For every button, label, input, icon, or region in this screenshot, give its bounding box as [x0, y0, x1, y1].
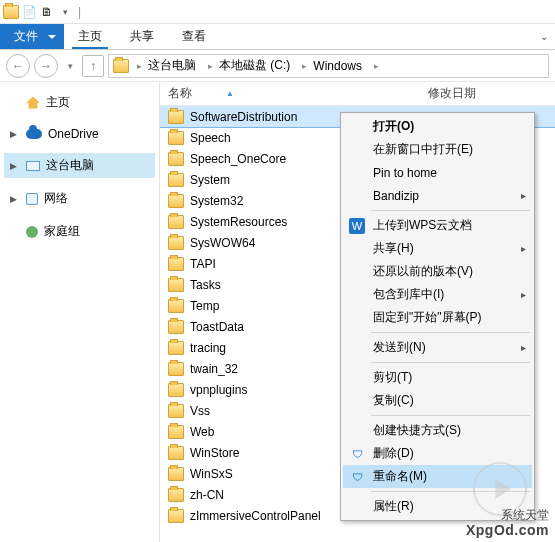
file-name: zImmersiveControlPanel [190, 509, 321, 523]
ctx-separator [371, 415, 530, 416]
crumb-folder[interactable]: Windows [313, 59, 362, 73]
nav-home[interactable]: 主页 [4, 90, 155, 115]
folder-icon [168, 404, 184, 418]
address-bar[interactable]: ▸这台电脑 ▸本地磁盘 (C:) ▸Windows ▸ [108, 54, 549, 78]
ribbon-expand-icon[interactable]: ⌄ [533, 24, 555, 49]
folder-icon [168, 152, 184, 166]
col-date-label[interactable]: 修改日期 [428, 85, 555, 102]
ctx-include-library[interactable]: 包含到库中(I) [343, 283, 532, 306]
ctx-create-shortcut[interactable]: 创建快捷方式(S) [343, 419, 532, 442]
folder-icon [168, 509, 184, 523]
crumb-pc[interactable]: 这台电脑 [148, 57, 196, 74]
folder-icon [168, 488, 184, 502]
file-name: TAPI [190, 257, 216, 271]
file-name: vpnplugins [190, 383, 247, 397]
qat-dropdown-icon[interactable]: ▾ [58, 5, 72, 19]
pc-icon [26, 161, 40, 171]
file-name: twain_32 [190, 362, 238, 376]
wps-icon: W [349, 218, 365, 234]
ribbon-tabs: 文件 主页 共享 查看 ⌄ [0, 24, 555, 50]
ctx-copy[interactable]: 复制(C) [343, 389, 532, 412]
sort-asc-icon: ▲ [226, 89, 234, 98]
ctx-open-new-window[interactable]: 在新窗口中打开(E) [343, 138, 532, 161]
file-name: SystemResources [190, 215, 287, 229]
nav-this-pc[interactable]: ▶这台电脑 [4, 153, 155, 178]
ctx-separator [371, 332, 530, 333]
shield-icon: 🛡 [349, 469, 365, 485]
col-name-label[interactable]: 名称 [168, 85, 192, 102]
nav-onedrive[interactable]: ▶OneDrive [4, 123, 155, 145]
folder-icon [168, 173, 184, 187]
file-name: Temp [190, 299, 219, 313]
ctx-bandizip[interactable]: Bandizip [343, 184, 532, 207]
cloud-icon [26, 129, 42, 139]
nav-forward-button[interactable]: → [34, 54, 58, 78]
ctx-wps-upload[interactable]: W上传到WPS云文档 [343, 214, 532, 237]
nav-back-button[interactable]: ← [6, 54, 30, 78]
qat-properties-icon[interactable]: 📄 [22, 5, 36, 19]
folder-icon [168, 341, 184, 355]
nav-up-button[interactable]: ↑ [82, 55, 104, 77]
folder-icon [168, 425, 184, 439]
file-name: System32 [190, 194, 243, 208]
folder-icon [168, 194, 184, 208]
tab-view[interactable]: 查看 [168, 24, 220, 49]
ctx-previous-versions[interactable]: 还原以前的版本(V) [343, 260, 532, 283]
file-name: Speech_OneCore [190, 152, 286, 166]
folder-icon [168, 278, 184, 292]
ctx-separator [371, 210, 530, 211]
file-name: Tasks [190, 278, 221, 292]
chevron-right-icon[interactable]: ▶ [10, 161, 17, 171]
file-name: Speech [190, 131, 231, 145]
address-bar-row: ← → ▾ ↑ ▸这台电脑 ▸本地磁盘 (C:) ▸Windows ▸ [0, 50, 555, 82]
nav-network[interactable]: ▶网络 [4, 186, 155, 211]
chevron-right-icon[interactable]: ▶ [10, 194, 17, 204]
folder-icon [168, 257, 184, 271]
folder-icon [168, 215, 184, 229]
network-icon [26, 193, 38, 205]
folder-icon [168, 362, 184, 376]
qat-copy-icon[interactable]: 🗎 [40, 5, 54, 19]
app-icon [4, 5, 18, 19]
file-name: SoftwareDistribution [190, 110, 297, 124]
crumb-drive[interactable]: 本地磁盘 (C:) [219, 57, 290, 74]
title-bar: 📄 🗎 ▾ | [0, 0, 555, 24]
shield-icon: 🛡 [349, 446, 365, 462]
file-name: WinStore [190, 446, 239, 460]
nav-homegroup[interactable]: 家庭组 [4, 219, 155, 244]
folder-icon [168, 236, 184, 250]
folder-icon [168, 320, 184, 334]
ctx-pin-home[interactable]: Pin to home [343, 161, 532, 184]
file-name: WinSxS [190, 467, 233, 481]
homegroup-icon [26, 226, 38, 238]
file-name: Vss [190, 404, 210, 418]
tab-file[interactable]: 文件 [0, 24, 64, 49]
ctx-share[interactable]: 共享(H) [343, 237, 532, 260]
folder-icon [168, 110, 184, 124]
navigation-pane: 主页 ▶OneDrive ▶这台电脑 ▶网络 家庭组 [0, 82, 160, 542]
watermark: 系统天堂 XpgOd.com [466, 509, 549, 538]
context-menu: 打开(O) 在新窗口中打开(E) Pin to home Bandizip W上… [340, 112, 535, 521]
home-icon [26, 97, 40, 109]
folder-icon [168, 131, 184, 145]
file-name: System [190, 173, 230, 187]
address-icon [113, 59, 129, 73]
ctx-pin-start[interactable]: 固定到"开始"屏幕(P) [343, 306, 532, 329]
tab-share[interactable]: 共享 [116, 24, 168, 49]
chevron-right-icon[interactable]: ▶ [10, 129, 17, 139]
nav-history-dropdown[interactable]: ▾ [62, 58, 78, 74]
ctx-separator [371, 362, 530, 363]
folder-icon [168, 446, 184, 460]
file-name: SysWOW64 [190, 236, 255, 250]
folder-icon [168, 299, 184, 313]
folder-icon [168, 467, 184, 481]
file-name: tracing [190, 341, 226, 355]
ctx-open[interactable]: 打开(O) [343, 115, 532, 138]
folder-icon [168, 383, 184, 397]
file-name: zh-CN [190, 488, 224, 502]
column-header[interactable]: 名称▲ 修改日期 [160, 82, 555, 106]
tab-home[interactable]: 主页 [64, 24, 116, 49]
ctx-send-to[interactable]: 发送到(N) [343, 336, 532, 359]
file-name: Web [190, 425, 214, 439]
ctx-cut[interactable]: 剪切(T) [343, 366, 532, 389]
